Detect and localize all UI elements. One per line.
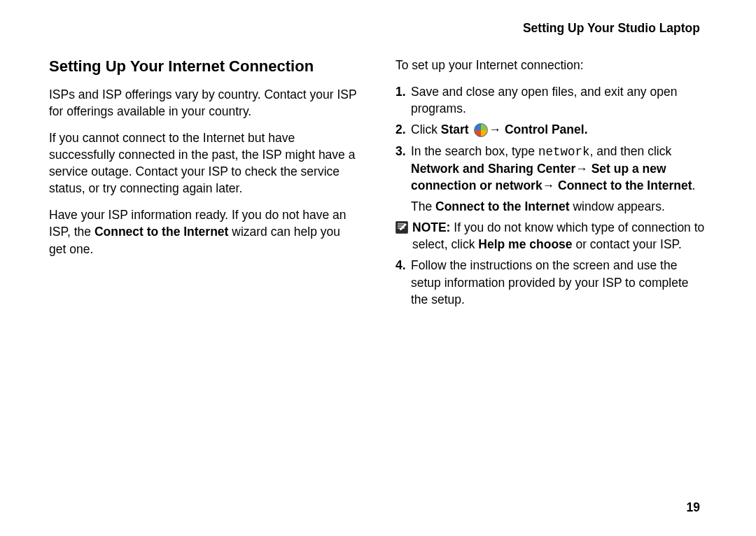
- steps-list-cont: 4. Follow the instructions on the screen…: [396, 257, 707, 307]
- start-label: Start: [441, 122, 472, 136]
- step-1: 1. Save and close any open files, and ex…: [396, 83, 707, 117]
- note-icon: [396, 221, 408, 234]
- help-me-choose-label: Help me choose: [478, 237, 572, 251]
- step-1-text: Save and close any open files, and exit …: [411, 83, 707, 117]
- network-sharing-label: Network and Sharing Center→ Set up a new…: [411, 162, 692, 192]
- marker-2: 2.: [396, 121, 411, 138]
- step-2: 2. Click Start → Control Panel.: [396, 121, 707, 138]
- connect-window-label: Connect to the Internet: [435, 199, 570, 213]
- paragraph-2: If you cannot connect to the Internet bu…: [49, 129, 360, 197]
- paragraph-1: ISPs and ISP offerings vary by country. …: [49, 86, 360, 120]
- step-3-sub-c: window appears.: [570, 199, 665, 213]
- step-3c: , and then click: [589, 144, 671, 158]
- connect-to-internet-label: Connect to the Internet: [94, 225, 229, 239]
- paragraph-3: Have your ISP information ready. If you …: [49, 206, 360, 257]
- steps-list: 1. Save and close any open files, and ex…: [396, 83, 707, 194]
- windows-start-icon: [474, 123, 488, 137]
- step-2a: Click: [411, 122, 441, 136]
- note-c: or contact your ISP.: [573, 237, 682, 251]
- control-panel-label: → Control Panel.: [489, 122, 588, 136]
- section-title: Setting Up Your Internet Connection: [49, 57, 360, 76]
- step-3-sub-a: The: [411, 199, 435, 213]
- marker-4: 4.: [396, 257, 411, 274]
- right-column: To set up your Internet connection: 1. S…: [396, 57, 707, 312]
- left-column: Setting Up Your Internet Connection ISPs…: [49, 57, 360, 312]
- note-label: NOTE:: [412, 220, 450, 234]
- step-3-content: In the search box, type network, and the…: [411, 143, 707, 194]
- page-number: 19: [687, 500, 700, 515]
- step-2-content: Click Start → Control Panel.: [411, 121, 707, 138]
- marker-3: 3.: [396, 143, 411, 160]
- header-title: Setting Up Your Studio Laptop: [49, 21, 707, 36]
- note-text: NOTE: If you do not know which type of c…: [412, 219, 707, 253]
- network-code: network: [538, 145, 590, 159]
- note-row: NOTE: If you do not know which type of c…: [396, 219, 707, 253]
- marker-1: 1.: [396, 83, 411, 100]
- intro-line: To set up your Internet connection:: [396, 57, 707, 73]
- step-3a: In the search box, type: [411, 144, 538, 158]
- step-4-text: Follow the instructions on the screen an…: [411, 257, 707, 307]
- step-3: 3. In the search box, type network, and …: [396, 143, 707, 194]
- step-4: 4. Follow the instructions on the screen…: [396, 257, 707, 307]
- step-3-sub: The Connect to the Internet window appea…: [396, 198, 707, 215]
- content-area: Setting Up Your Internet Connection ISPs…: [49, 57, 707, 312]
- step-3e: .: [692, 178, 696, 192]
